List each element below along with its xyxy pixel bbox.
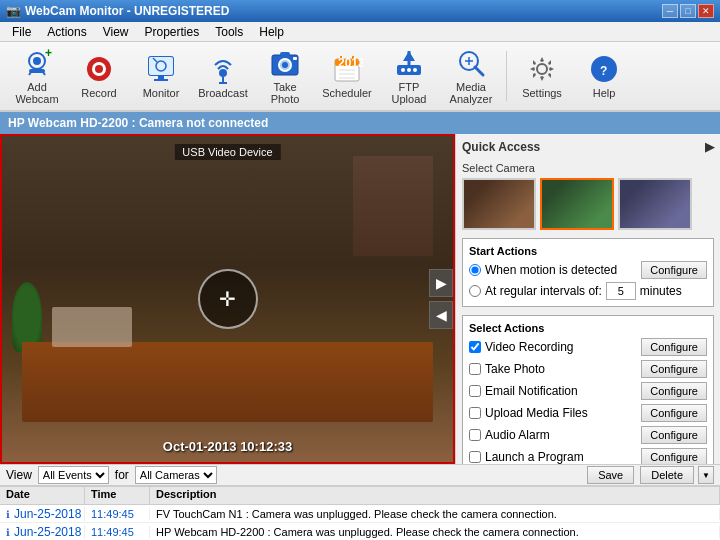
svg-point-36 [401,68,405,72]
configure-photo-button[interactable]: Configure [641,360,707,378]
video-recording-checkbox[interactable] [469,341,481,353]
camera-thumb-3-image [620,180,690,228]
broadcast-button[interactable]: Broadcast [194,47,252,105]
log-cell-date-1: ℹJun-25-2018 [0,507,85,521]
broadcast-label: Broadcast [198,87,248,99]
maximize-button[interactable]: □ [680,4,696,18]
svg-rect-23 [280,52,290,56]
camera-thumb-1[interactable] [462,178,536,230]
nav-right-button[interactable]: ▶ [429,269,453,297]
take-photo-checkbox[interactable] [469,363,481,375]
close-button[interactable]: ✕ [698,4,714,18]
add-webcam-label: Add Webcam [11,81,63,105]
audio-alarm-label: Audio Alarm [485,428,550,442]
desk-items-decoration [52,307,132,347]
scheduler-button[interactable]: 2013 Scheduler [318,47,376,105]
take-photo-label: Take Photo [259,81,311,105]
upload-media-checkbox[interactable] [469,407,481,419]
configure-email-button[interactable]: Configure [641,382,707,400]
bookshelf-decoration [353,156,433,256]
menu-help[interactable]: Help [251,23,292,41]
monitor-button[interactable]: Monitor [132,47,190,105]
delete-button[interactable]: Delete [640,466,694,484]
launch-program-row: Launch a Program Configure [469,448,707,464]
for-label: for [115,468,129,482]
desk-decoration [22,342,433,422]
quick-access-panel: Quick Access ▶ Select Camera Start Actio… [455,134,720,464]
svg-text:+: + [45,47,52,60]
menu-view[interactable]: View [95,23,137,41]
menu-properties[interactable]: Properties [137,23,208,41]
settings-button[interactable]: Settings [513,47,571,105]
view-select[interactable]: All Events [38,466,109,484]
configure-motion-button[interactable]: Configure [641,261,707,279]
add-webcam-button[interactable]: + Add Webcam [8,47,66,105]
svg-rect-11 [158,75,164,79]
window-controls: ─ □ ✕ [662,4,714,18]
quick-access-header: Quick Access ▶ [462,140,714,154]
scheduler-icon: 2013 [331,53,363,85]
svg-point-1 [33,57,41,65]
menu-file[interactable]: File [4,23,39,41]
audio-alarm-row: Audio Alarm Configure [469,426,707,444]
log-col-time: Time [85,487,150,504]
log-col-date: Date [0,487,85,504]
camera-thumb-1-image [464,180,534,228]
log-row-1[interactable]: ℹJun-25-2018 11:49:45 FV TouchCam N1 : C… [0,505,720,523]
cameras-select[interactable]: All Cameras [135,466,217,484]
take-photo-button[interactable]: Take Photo [256,47,314,105]
camera-thumb-2[interactable] [540,178,614,230]
configure-video-button[interactable]: Configure [641,338,707,356]
motion-label: When motion is detected [485,263,617,277]
record-button[interactable]: Record [70,47,128,105]
more-options-icon[interactable]: ▼ [698,466,714,484]
log-cell-time-2: 11:49:45 [85,526,150,538]
configure-launch-button[interactable]: Configure [641,448,707,464]
help-button[interactable]: ? Help [575,47,633,105]
media-analyzer-button[interactable]: Media Analyzer [442,47,500,105]
interval-radio[interactable] [469,285,481,297]
broadcast-icon [207,53,239,85]
menu-tools[interactable]: Tools [207,23,251,41]
interval-value-input[interactable] [606,282,636,300]
upload-media-row: Upload Media Files Configure [469,404,707,422]
log-row-2[interactable]: ℹJun-25-2018 11:49:45 HP Webcam HD-2200 … [0,523,720,540]
video-recording-label: Video Recording [485,340,574,354]
quick-access-expand-icon[interactable]: ▶ [705,140,714,154]
monitor-label: Monitor [143,87,180,99]
minimize-button[interactable]: ─ [662,4,678,18]
svg-point-38 [413,68,417,72]
audio-alarm-checkbox[interactable] [469,429,481,441]
main-content: ✛ USB Video Device Oct-01-2013 10:12:33 … [0,134,720,464]
ftp-upload-label: FTP Upload [383,81,435,105]
video-panel: ✛ USB Video Device Oct-01-2013 10:12:33 … [0,134,455,464]
email-notification-checkbox[interactable] [469,385,481,397]
select-actions-box: Select Actions Video Recording Configure… [462,315,714,464]
nav-cross-icon: ✛ [219,287,236,311]
configure-alarm-button[interactable]: Configure [641,426,707,444]
interval-label: At regular intervals of: [485,284,602,298]
motion-radio[interactable] [469,264,481,276]
video-timestamp: Oct-01-2013 10:12:33 [163,439,292,454]
camera-thumb-3[interactable] [618,178,692,230]
interval-unit-label: minutes [640,284,682,298]
view-label: View [6,468,32,482]
title-bar: 📷 WebCam Monitor - UNREGISTERED ─ □ ✕ [0,0,720,22]
interval-radio-row: At regular intervals of: minutes [469,282,707,300]
svg-text:2013: 2013 [338,56,363,70]
toolbar-separator [506,51,507,101]
select-actions-title: Select Actions [469,322,707,334]
help-label: Help [593,87,616,99]
email-notification-row: Email Notification Configure [469,382,707,400]
take-photo-icon [269,47,301,79]
record-label: Record [81,87,116,99]
ftp-upload-button[interactable]: FTP Upload [380,47,438,105]
media-analyzer-icon [455,47,487,79]
status-bar: HP Webcam HD-2200 : Camera not connected [0,112,720,134]
add-webcam-icon: + [21,47,53,79]
menu-actions[interactable]: Actions [39,23,94,41]
save-button[interactable]: Save [587,466,634,484]
launch-program-checkbox[interactable] [469,451,481,463]
configure-upload-button[interactable]: Configure [641,404,707,422]
nav-left-button[interactable]: ◀ [429,301,453,329]
